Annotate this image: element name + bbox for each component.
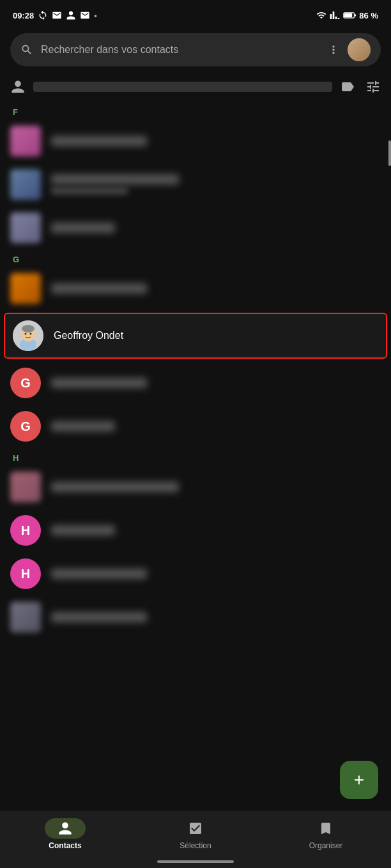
battery-level: 86 %: [359, 11, 378, 20]
contact-item[interactable]: [0, 595, 391, 639]
contact-avatar-h2: H: [10, 515, 41, 546]
contact-avatar-blurred: [10, 126, 41, 156]
home-indicator: [157, 860, 234, 863]
contact-name-blurred: [51, 482, 179, 492]
contact-info: [51, 223, 381, 233]
contact-info: [51, 378, 381, 388]
contact-avatar-blurred: [10, 169, 41, 200]
contact-avatar-g3: G: [10, 368, 41, 398]
contact-list: F G: [0, 102, 391, 639]
contact-info: Geoffroy Ondet: [54, 330, 378, 341]
contact-avatar-blurred: [10, 472, 41, 502]
dot-indicator: •: [94, 11, 97, 20]
contact-name-blurred: [51, 569, 147, 579]
label-icon[interactable]: [340, 79, 355, 94]
add-contact-fab[interactable]: +: [340, 761, 378, 799]
nav-contacts-icon-wrap: [45, 818, 86, 839]
contact-avatar-g4: G: [10, 411, 41, 442]
wifi-icon: [316, 10, 326, 20]
contact-item[interactable]: G: [0, 405, 391, 448]
contact-name-blurred: [51, 421, 115, 431]
contact-item[interactable]: G: [0, 361, 391, 405]
nav-contacts[interactable]: Contacts: [0, 818, 130, 850]
contact-name-blurred: [51, 223, 115, 233]
section-letter-h: H: [0, 448, 391, 465]
contact-info: [51, 283, 381, 294]
nav-organiser-label: Organiser: [309, 841, 343, 850]
contact-item[interactable]: [0, 267, 391, 310]
mail2-icon: [80, 10, 90, 20]
person-icon: [66, 10, 76, 20]
user-avatar[interactable]: [348, 38, 371, 61]
contact-avatar-blurred: [10, 602, 41, 632]
sync-icon: [38, 10, 48, 20]
nav-organiser[interactable]: Organiser: [261, 818, 391, 850]
svg-rect-1: [344, 13, 353, 18]
organiser-nav-icon: [318, 821, 334, 836]
geoffroy-avatar: [13, 320, 43, 351]
contact-avatar-blurred: [10, 213, 41, 243]
contact-info: [51, 136, 381, 146]
contact-item[interactable]: H: [0, 509, 391, 552]
contact-name-blurred: [51, 378, 147, 388]
nav-selection[interactable]: Sélection: [130, 818, 261, 850]
contact-name-blurred: [51, 136, 147, 146]
status-left: 09:28 •: [13, 10, 97, 20]
mail-icon: [52, 10, 62, 20]
svg-point-8: [30, 333, 32, 335]
contact-item[interactable]: H: [0, 552, 391, 595]
contact-info: [51, 569, 381, 579]
contact-info: [51, 421, 381, 431]
more-options-icon[interactable]: [327, 43, 340, 56]
search-bar[interactable]: Rechercher dans vos contacts: [10, 33, 381, 66]
nav-contacts-label: Contacts: [49, 841, 81, 850]
contact-info: [51, 525, 381, 535]
contact-name-blurred: [51, 525, 115, 535]
contact-subtext-blurred: [51, 187, 128, 195]
account-icon: [10, 79, 26, 94]
filter-icon[interactable]: [365, 79, 381, 94]
account-actions: [340, 79, 381, 94]
search-placeholder: Rechercher dans vos contacts: [41, 44, 319, 56]
contact-item[interactable]: [0, 163, 391, 206]
contact-info: [51, 482, 381, 492]
bottom-navigation: Contacts Sélection Organiser: [0, 811, 391, 868]
geoffroy-ondet-item[interactable]: Geoffroy Ondet: [4, 313, 387, 359]
nav-selection-icon-wrap: [175, 818, 216, 839]
contact-avatar-blurred: [10, 273, 41, 304]
time: 09:28: [13, 11, 34, 20]
contact-avatar-h3: H: [10, 558, 41, 589]
contact-name-blurred: [51, 612, 147, 622]
contact-name-blurred: [51, 174, 179, 184]
geoffroy-ondet-name: Geoffroy Ondet: [54, 330, 378, 341]
contacts-nav-icon: [57, 821, 73, 836]
svg-rect-2: [355, 14, 356, 16]
status-bar: 09:28 • 86 %: [0, 0, 391, 28]
section-letter-f: F: [0, 102, 391, 119]
contact-name-blurred: [51, 283, 147, 294]
svg-point-7: [25, 333, 27, 335]
selection-nav-icon: [188, 821, 203, 836]
account-row: [0, 74, 391, 100]
contact-item[interactable]: [0, 206, 391, 250]
signal-icon: [330, 10, 340, 20]
status-right: 86 %: [316, 10, 378, 20]
account-info-blurred: [33, 82, 332, 92]
contact-info: [51, 174, 381, 195]
battery-icon: [343, 11, 356, 19]
svg-point-6: [22, 325, 34, 333]
contact-info: [51, 612, 381, 622]
section-letter-g: G: [0, 250, 391, 267]
contact-item[interactable]: [0, 119, 391, 163]
fab-plus-icon: +: [354, 770, 364, 790]
search-icon: [20, 43, 33, 56]
contact-item[interactable]: [0, 465, 391, 509]
nav-selection-label: Sélection: [180, 841, 211, 850]
nav-organiser-icon-wrap: [305, 818, 346, 839]
